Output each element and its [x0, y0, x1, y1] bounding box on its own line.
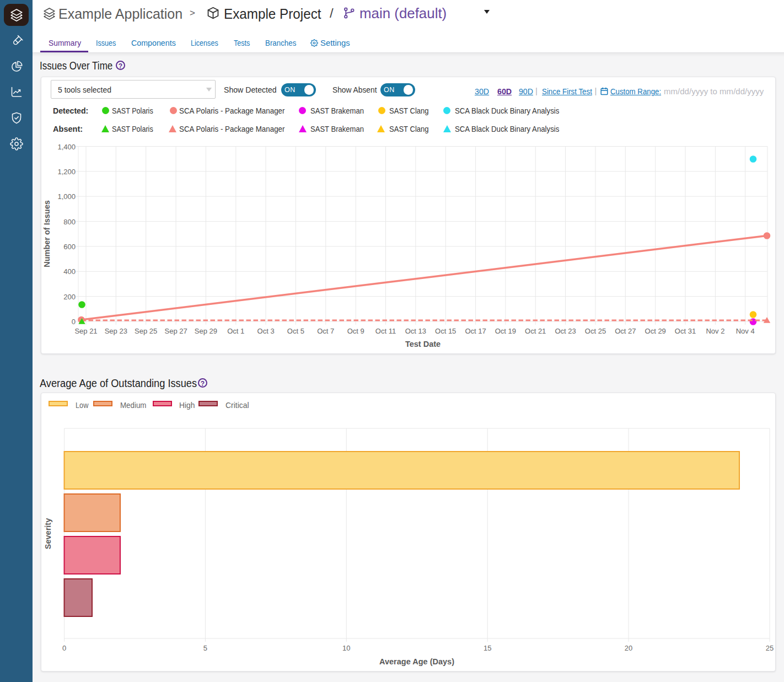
svg-text:Nov 4: Nov 4	[736, 327, 755, 335]
svg-text:0: 0	[72, 318, 76, 326]
svg-text:Average Age (Days): Average Age (Days)	[379, 657, 454, 666]
svg-text:Oct 29: Oct 29	[645, 327, 666, 335]
svg-text:Sep 27: Sep 27	[164, 327, 187, 335]
svg-text:Oct 19: Oct 19	[495, 327, 516, 335]
svg-text:Oct 5: Oct 5	[287, 327, 304, 335]
svg-text:Oct 3: Oct 3	[257, 327, 275, 335]
svg-text:1,000: 1,000	[57, 192, 76, 201]
svg-text:10: 10	[342, 644, 350, 652]
svg-text:Oct 13: Oct 13	[405, 327, 426, 335]
svg-text:Oct 25: Oct 25	[585, 327, 606, 335]
svg-text:600: 600	[63, 243, 76, 251]
svg-text:Severity: Severity	[44, 518, 52, 549]
svg-text:Oct 17: Oct 17	[465, 327, 486, 335]
svg-text:Oct 1: Oct 1	[227, 327, 244, 335]
svg-text:Oct 15: Oct 15	[435, 327, 456, 335]
svg-text:Test Date: Test Date	[405, 340, 441, 348]
svg-text:Sep 25: Sep 25	[135, 327, 157, 335]
svg-text:5: 5	[203, 644, 207, 652]
svg-text:Number of Issues: Number of Issues	[42, 200, 51, 267]
svg-text:800: 800	[63, 218, 76, 226]
svg-text:Oct 11: Oct 11	[375, 327, 396, 335]
svg-text:Oct 9: Oct 9	[347, 327, 364, 335]
svg-text:Sep 23: Sep 23	[105, 327, 127, 335]
svg-text:Nov 2: Nov 2	[706, 327, 724, 335]
svg-text:25: 25	[766, 644, 774, 652]
svg-text:15: 15	[484, 644, 491, 652]
svg-text:400: 400	[63, 267, 76, 276]
svg-text:Oct 31: Oct 31	[675, 327, 696, 335]
svg-text:200: 200	[63, 293, 76, 301]
svg-text:Sep 29: Sep 29	[195, 327, 217, 335]
svg-text:0: 0	[62, 644, 66, 652]
svg-text:Oct 27: Oct 27	[615, 327, 636, 335]
svg-text:20: 20	[625, 644, 632, 652]
svg-text:Oct 21: Oct 21	[525, 327, 546, 335]
svg-text:Oct 7: Oct 7	[317, 327, 334, 335]
svg-text:Oct 23: Oct 23	[555, 327, 576, 335]
svg-text:Sep 21: Sep 21	[74, 327, 97, 335]
svg-text:1,400: 1,400	[57, 143, 76, 151]
svg-text:1,200: 1,200	[57, 168, 76, 176]
